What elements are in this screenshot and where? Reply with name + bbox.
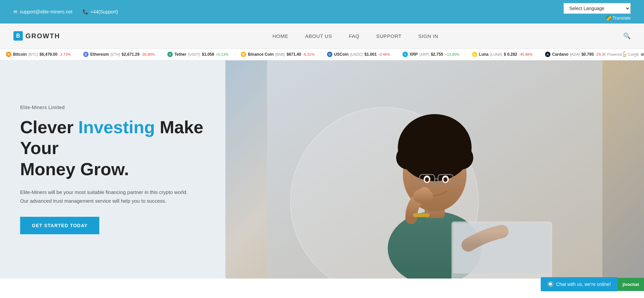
top-bar-language: Select Language Translate xyxy=(564,3,631,20)
ticker-item: XXRP[XRP]$2.755+13.80% xyxy=(396,52,466,57)
phone-icon: 📞 xyxy=(83,9,88,14)
ticker-item: BBitcoin[BTC]$6,479.00-3.73% xyxy=(0,52,77,57)
nav-signin[interactable]: SIGN IN xyxy=(410,30,446,42)
search-button[interactable]: 🔍 xyxy=(623,32,631,40)
get-started-button[interactable]: GET STARTED TODAY xyxy=(20,217,99,234)
top-bar: ✉ support@elite-miners.net 📞 +44(Support… xyxy=(0,0,644,23)
logo[interactable]: B GROWTH xyxy=(13,31,60,41)
jivosite-badge[interactable]: jivochat xyxy=(618,278,644,279)
nav-support[interactable]: SUPPORT xyxy=(368,30,410,42)
powered-by-label: Powered by Coinlib xyxy=(605,52,641,56)
chat-widget[interactable]: 💬 Chat with us, we're online! jivochat xyxy=(541,277,644,279)
hero-image-svg xyxy=(225,60,644,279)
hero-title: Clever Investing Make YourMoney Grow. xyxy=(20,117,215,180)
svg-rect-23 xyxy=(413,213,430,217)
translate-label: Translate xyxy=(606,15,631,20)
svg-point-22 xyxy=(413,189,433,204)
svg-point-11 xyxy=(415,135,434,154)
logo-text: GROWTH xyxy=(25,32,60,40)
ticker-item: EEthereum[ETH]$2,671.29-30.80% xyxy=(77,52,161,57)
svg-point-20 xyxy=(425,177,429,182)
hero-title-highlight: Investing xyxy=(78,117,155,137)
email-address: support@elite-miners.net xyxy=(20,9,72,14)
nav-links: HOME ABOUT US FAQ SUPPORT SIGN IN xyxy=(80,30,631,42)
email-contact[interactable]: ✉ support@elite-miners.net xyxy=(13,9,72,14)
hero-title-part1: Clever xyxy=(20,117,78,137)
ticker-item: UUSCoin[USDC]$1.001-0.46% xyxy=(321,52,396,57)
hero-description: Elite-Miners will be your most suitable … xyxy=(20,188,195,205)
nav-faq[interactable]: FAQ xyxy=(340,30,368,42)
email-icon: ✉ xyxy=(13,9,17,14)
hero-section: Elite-Miners Limited Clever Investing Ma… xyxy=(0,60,644,279)
ticker-inner: BBitcoin[BTC]$6,479.00-3.73%EEthereum[ET… xyxy=(0,52,644,57)
google-translate-icon xyxy=(606,15,611,20)
hero-background xyxy=(225,60,644,279)
chat-bubble[interactable]: 💬 Chat with us, we're online! xyxy=(541,277,618,279)
hero-subtitle: Elite-Miners Limited xyxy=(20,105,215,110)
ticker-item: ACardano[ADA]$0.795-29.35% xyxy=(539,52,615,57)
svg-point-21 xyxy=(443,177,447,182)
nav-home[interactable]: HOME xyxy=(264,30,297,42)
crypto-ticker: BBitcoin[BTC]$6,479.00-3.73%EEthereum[ET… xyxy=(0,49,644,60)
ticker-item: BBinance Coin[BNB]$671.40-6.31% xyxy=(235,52,321,57)
phone-contact[interactable]: 📞 +44(Support) xyxy=(83,9,118,14)
top-bar-contacts: ✉ support@elite-miners.net 📞 +44(Support… xyxy=(13,9,118,14)
ticker-item: UTether[USDT]$1.058+5.13% xyxy=(161,52,235,57)
svg-point-12 xyxy=(435,135,454,154)
logo-icon: B xyxy=(13,31,23,41)
language-select[interactable]: Select Language xyxy=(564,3,631,14)
nav-about[interactable]: ABOUT US xyxy=(297,30,340,42)
hero-content: Elite-Miners Limited Clever Investing Ma… xyxy=(0,78,235,261)
navbar: B GROWTH HOME ABOUT US FAQ SUPPORT SIGN … xyxy=(0,23,644,49)
ticker-item: LLuna[LUNA]$ 0.282-45.88% xyxy=(466,52,539,57)
phone-number: +44(Support) xyxy=(91,9,118,14)
